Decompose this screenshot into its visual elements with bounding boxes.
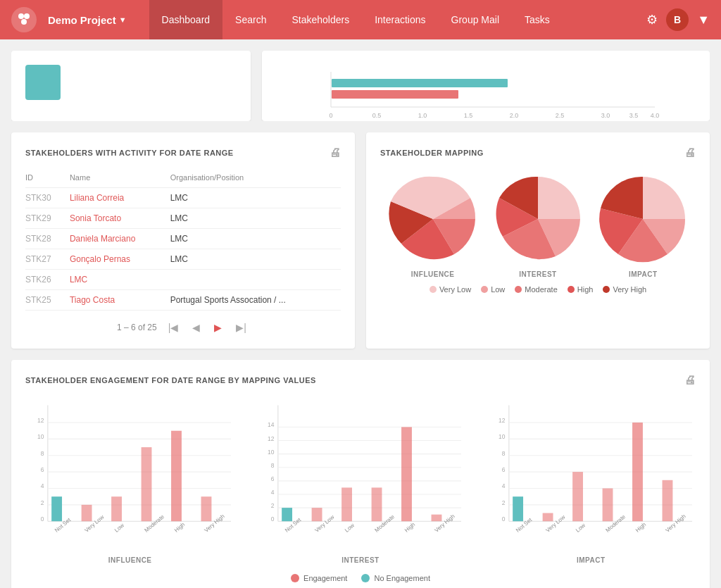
interest-bar-chart: 0 2 4 6 8 10 12 14 [256,398,465,564]
engagement-dot [291,574,299,582]
svg-text:12: 12 [499,417,506,424]
row-org: LMC [170,208,341,229]
svg-rect-63 [341,487,352,521]
top-right-card: 0 0.5 1.0 1.5 2.0 2.5 3.0 3.5 4.0 [262,51,710,121]
svg-rect-36 [171,431,182,521]
svg-text:2: 2 [501,499,505,506]
svg-text:10: 10 [37,433,44,440]
table-row: STK29 Sonia Torcato LMC [25,208,341,229]
pagination-info: 1 – 6 of 25 [117,323,157,332]
table-row: STK30 Liliana Correia LMC [25,188,341,208]
svg-rect-16 [332,90,458,99]
nav-link-interactions[interactable]: Interactions [362,0,438,39]
influence-bar-chart: 0 2 4 6 8 10 12 [25,398,234,564]
row-name[interactable]: Tiago Costa [70,290,170,311]
svg-text:12: 12 [268,435,275,442]
pagination: 1 – 6 of 25 |◀ ◀ ▶ ▶| [25,320,341,334]
svg-text:12: 12 [37,417,44,424]
nav-link-search[interactable]: Search [222,0,279,39]
legend-very-low: Very Low [430,285,471,294]
page-first-button[interactable]: |◀ [165,320,182,334]
svg-rect-91 [602,488,613,521]
svg-rect-90 [572,472,583,521]
legend-very-high-dot [603,286,610,293]
bar-charts-row: 0 2 4 6 8 10 12 [25,398,696,564]
row-org: LMC [170,249,341,270]
svg-text:Low: Low [344,522,356,533]
row-id: STK30 [25,188,70,208]
print-icon[interactable]: 🖨 [330,146,341,159]
interest-pie: INTEREST [492,173,584,278]
page-prev-button[interactable]: ◀ [189,320,203,334]
row-name[interactable]: Gonçalo Pernas [70,249,170,270]
stakeholder-mapping-title: STAKEHOLDER MAPPING 🖨 [380,146,696,159]
impact-bar-label: IMPACT [487,556,696,564]
settings-icon[interactable]: ⚙ [646,12,658,27]
svg-text:Low: Low [575,522,587,533]
page-next-button[interactable]: ▶ [211,320,225,334]
svg-text:3.0: 3.0 [601,112,610,119]
svg-rect-32 [51,496,62,521]
bar-legend-no-engagement: No Engagement [361,574,430,582]
row-name[interactable]: Liliana Correia [70,188,170,208]
legend-low-dot [481,286,488,293]
legend-very-low-dot [430,286,437,293]
page-last-button[interactable]: ▶| [233,320,249,334]
col-org: Organisation/Position [170,170,341,188]
svg-text:8: 8 [501,450,505,457]
row-id: STK25 [25,290,70,311]
legend-very-high: Very High [603,285,646,294]
nav-links: Dashboard Search Stakeholders Interactio… [149,0,647,39]
stakeholders-table-title: STAKEHOLDERS WITH ACTIVITY FOR DATE RANG… [25,146,341,159]
svg-rect-66 [432,515,442,522]
engagement-section: STAKEHOLDER ENGAGEMENT FOR DATE RANGE BY… [11,360,710,588]
legend-moderate: Moderate [515,285,557,294]
table-row: STK26 LMC [25,270,341,290]
svg-rect-92 [632,423,643,521]
svg-text:6: 6 [41,466,44,473]
row-name[interactable]: Sonia Torcato [70,208,170,229]
svg-rect-15 [332,79,508,87]
svg-text:14: 14 [268,421,275,428]
row-org: Portugal Sports Assocation / ... [170,290,341,311]
user-menu-chevron-icon[interactable]: ▼ [697,13,710,27]
row-name[interactable]: LMC [70,270,170,290]
middle-row: STAKEHOLDERS WITH ACTIVITY FOR DATE RANG… [11,132,710,349]
stakeholders-table-card: STAKEHOLDERS WITH ACTIVITY FOR DATE RANG… [11,132,355,349]
svg-rect-33 [82,505,92,521]
svg-text:6: 6 [501,466,505,473]
navbar: Demo Project ▼ Dashboard Search Stakehol… [0,0,721,39]
nav-link-groupmail[interactable]: Group Mail [439,0,512,39]
nav-project-chevron-icon: ▼ [119,15,127,24]
svg-text:0: 0 [329,112,332,119]
table-row: STK25 Tiago Costa Portugal Sports Assoca… [25,290,341,311]
engagement-print-icon[interactable]: 🖨 [684,374,696,387]
svg-text:4.0: 4.0 [651,112,660,119]
stakeholders-table: ID Name Organisation/Position STK30 Lili… [25,170,341,311]
row-org: LMC [170,229,341,249]
stakeholder-mapping-card: STAKEHOLDER MAPPING 🖨 [366,132,710,349]
avatar[interactable]: B [666,8,689,31]
svg-text:4: 4 [41,482,44,489]
svg-text:High: High [403,521,416,533]
svg-rect-64 [372,487,382,521]
row-id: STK29 [25,208,70,229]
table-row: STK28 Daniela Marciano LMC [25,229,341,249]
mapping-print-icon[interactable]: 🖨 [684,146,696,159]
svg-text:8: 8 [271,462,275,469]
nav-logo[interactable] [11,7,37,32]
nav-project-name[interactable]: Demo Project ▼ [48,14,127,26]
svg-text:0: 0 [501,515,505,523]
pie-legend: Very Low Low Moderate High Very High [380,285,696,294]
row-name[interactable]: Daniela Marciano [70,229,170,249]
nav-link-tasks[interactable]: Tasks [512,0,563,39]
nav-link-dashboard[interactable]: Dashboard [149,0,223,39]
bar-legend: Engagement No Engagement [25,574,696,582]
nav-link-stakeholders[interactable]: Stakeholders [279,0,362,39]
top-row: 0 0.5 1.0 1.5 2.0 2.5 3.0 3.5 4.0 [11,51,710,121]
table-row: STK27 Gonçalo Pernas LMC [25,249,341,270]
svg-text:4: 4 [501,482,505,489]
svg-rect-93 [662,480,672,521]
impact-bar-chart: 0 2 4 6 8 10 12 [487,398,696,564]
impact-label: IMPACT [629,270,658,278]
